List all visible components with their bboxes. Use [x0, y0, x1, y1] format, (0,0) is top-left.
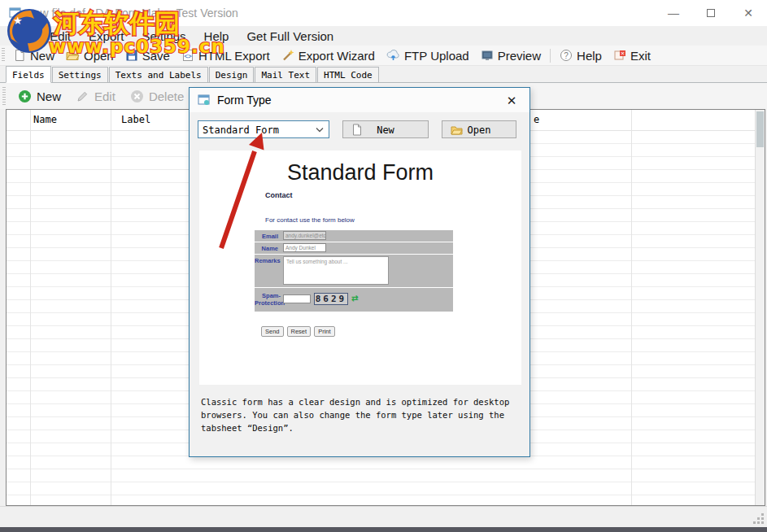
window-title: new file.daf - DA-FormMaker Test Version [28, 7, 238, 20]
form-type-select-value: Standard Form [203, 124, 279, 136]
menu-item-get-full-version[interactable]: Get Full Version [238, 28, 342, 45]
pencil-icon [76, 89, 89, 103]
help-label: Help [577, 49, 602, 63]
new-file-button[interactable]: New [7, 46, 60, 65]
open-folder-icon [66, 49, 80, 62]
html-export-label: HTML Export [198, 49, 270, 63]
table-gridline [30, 110, 31, 505]
tab-html-code[interactable]: HTML Code [317, 67, 379, 82]
preview-monitor-icon [481, 49, 494, 62]
preview-name-input: Andy Dunkel [283, 243, 326, 252]
export-wizard-icon [281, 49, 294, 62]
html-export-icon: <> [181, 49, 194, 62]
form-type-dialog: Form Type ✕ Standard Form New Open Stand… [189, 87, 530, 457]
status-bar [0, 506, 767, 527]
title-bar: new file.daf - DA-FormMaker Test Version… [0, 0, 767, 26]
menu-item-help[interactable]: Help [195, 28, 238, 45]
tab-mail-text[interactable]: Mail Text [255, 67, 316, 82]
delete-icon [130, 89, 144, 103]
toolbar-separator [550, 49, 551, 63]
preview-remarks-row: Remarks Tell us something about ... [255, 255, 453, 287]
app-icon [9, 7, 22, 20]
field-new-button[interactable]: New [11, 84, 68, 108]
dialog-open-label: Open [442, 124, 516, 136]
field-new-label: New [37, 89, 61, 103]
tab-bar: Fields Settings Texts and Labels Design … [0, 66, 767, 83]
minimize-button[interactable]: — [655, 0, 692, 26]
vertical-scrollbar[interactable] [755, 110, 765, 505]
window-controls: — ✕ [655, 0, 767, 26]
main-toolbar: New Open Save <> HTML Export Export Wiza… [0, 46, 767, 66]
form-type-icon [198, 94, 211, 107]
preview-buttons: Send Reset Print [261, 326, 335, 337]
preview-name-label: Name [255, 245, 281, 252]
save-file-label: Save [142, 49, 170, 63]
open-file-button[interactable]: Open [60, 46, 120, 65]
menu-item-export[interactable]: Export [80, 28, 133, 45]
preview-captcha-input [283, 294, 311, 303]
ftp-upload-button[interactable]: FTP Upload [381, 46, 475, 65]
form-preview: Standard Form Contact For contact use th… [199, 150, 521, 385]
export-wizard-label: Export Wizard [299, 49, 375, 63]
preview-email-label: Email [255, 233, 281, 240]
dialog-title: Form Type [217, 94, 272, 107]
dialog-new-button[interactable]: New [342, 120, 429, 138]
preview-send-button: Send [261, 326, 284, 337]
preview-remarks-textarea: Tell us something about ... [283, 256, 389, 285]
preview-name-row: Name Andy Dunkel [255, 242, 453, 254]
dialog-header[interactable]: Form Type ✕ [190, 88, 529, 112]
chevron-down-icon [316, 127, 324, 133]
export-wizard-button[interactable]: Export Wizard [276, 46, 381, 65]
close-button[interactable]: ✕ [730, 0, 767, 26]
tab-design[interactable]: Design [209, 67, 255, 82]
column-header-partial: e [534, 114, 539, 125]
preview-contact-title: Contact [265, 191, 293, 199]
help-icon: ? [560, 49, 573, 62]
dialog-new-label: New [343, 124, 428, 136]
tab-fields[interactable]: Fields [6, 66, 51, 83]
refresh-captcha-icon: ⇄ [351, 294, 358, 303]
exit-label: Exit [630, 49, 651, 63]
scrollbar-thumb[interactable] [756, 111, 764, 147]
preview-email-input: andy.dunkel@etc... [283, 231, 326, 240]
preview-print-button: Print [314, 326, 334, 337]
preview-intro-text: For contact use the form below [265, 216, 355, 224]
save-floppy-icon [125, 49, 138, 62]
preview-email-row: Email andy.dunkel@etc... [255, 230, 453, 242]
fields-toolbar-grip[interactable] [2, 87, 6, 105]
dialog-open-button[interactable]: Open [442, 120, 516, 138]
resize-grip[interactable] [761, 521, 764, 524]
save-file-button[interactable]: Save [120, 46, 176, 65]
exit-button[interactable]: ✕ Exit [608, 46, 656, 65]
preview-label: Preview [498, 49, 541, 63]
ftp-upload-label: FTP Upload [404, 49, 469, 63]
tab-settings[interactable]: Settings [52, 67, 108, 82]
menu-item-file[interactable]: File [3, 28, 41, 45]
preview-button[interactable]: Preview [475, 46, 547, 65]
preview-heading: Standard Form [199, 160, 521, 185]
field-edit-label: Edit [94, 89, 115, 103]
field-delete-button[interactable]: Delete [123, 84, 191, 108]
dialog-close-button[interactable]: ✕ [501, 92, 522, 109]
toolbar-grip[interactable] [2, 48, 5, 63]
new-file-label: New [30, 49, 54, 63]
menu-item-settings[interactable]: Settings [133, 28, 194, 45]
minimize-icon: — [668, 7, 679, 20]
maximize-icon [707, 9, 715, 17]
html-export-button[interactable]: <> HTML Export [176, 46, 276, 65]
menu-item-edit[interactable]: Edit [41, 28, 80, 45]
form-type-select[interactable]: Standard Form [198, 120, 329, 138]
menu-bar: File Edit Export Settings Help Get Full … [0, 26, 767, 46]
field-edit-button[interactable]: Edit [68, 84, 123, 108]
preview-spam-label: Spam- Protection [255, 292, 281, 307]
table-gridline [631, 110, 632, 505]
new-file-icon [13, 49, 26, 62]
column-header-label: Label [121, 114, 150, 125]
bottom-strip [0, 527, 767, 532]
tab-texts-and-labels[interactable]: Texts and Labels [109, 67, 208, 82]
preview-reset-button: Reset [287, 326, 312, 337]
maximize-button[interactable] [692, 0, 730, 26]
preview-remarks-label: Remarks [255, 257, 281, 264]
svg-text:✕: ✕ [621, 50, 625, 56]
help-button[interactable]: ? Help [554, 46, 608, 65]
